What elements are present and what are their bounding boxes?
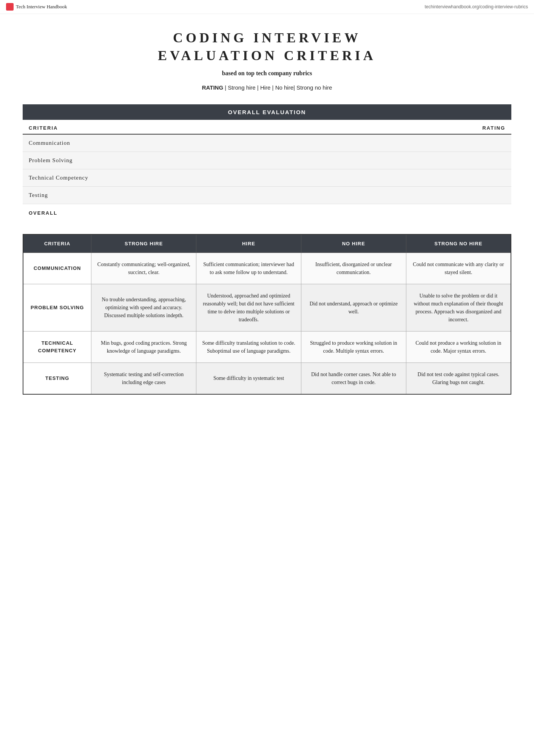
rubric-comm-hire: Sufficient communication; interviewer ha… (196, 253, 301, 284)
rubric-header-row: CRITERIA STRONG HIRE HIRE NO HIRE STRONG… (23, 234, 511, 253)
rating-line: RATING | Strong hire | Hire | No hire| S… (23, 84, 511, 91)
rubric-row-communication: COMMUNICATION Constantly communicating; … (23, 253, 511, 284)
overall-eval-header: OVERALL EVALUATION (23, 104, 511, 120)
rubric-comm-strong-no-hire: Could not communicate with any clarity o… (406, 253, 511, 284)
rubric-row-testing: TESTING Systematic testing and self-corr… (23, 363, 511, 394)
eval-criteria-communication: Communication (23, 134, 267, 152)
brand-icon (6, 3, 14, 11)
rubric-th-no-hire: NO HIRE (301, 234, 406, 253)
rubric-test-hire: Some difficulty in systematic test (196, 363, 301, 394)
rubric-tc-strong-hire: Min bugs, good coding practices. Strong … (91, 331, 196, 363)
rubric-criteria-technical: TECHNICAL COMPETENCY (23, 331, 91, 363)
subtitle: based on top tech company rubrics (23, 70, 511, 77)
rubric-ps-strong-hire: No trouble understanding, approaching, o… (91, 284, 196, 331)
rubric-criteria-problem-solving: PROBLEM SOLVING (23, 284, 91, 331)
eval-criteria-problem-solving: Problem Solving (23, 152, 267, 169)
eval-overall-label: OVERALL (23, 204, 267, 219)
rubric-criteria-communication: COMMUNICATION (23, 253, 91, 284)
rubric-th-strong-hire: STRONG HIRE (91, 234, 196, 253)
eval-col-rating: RATING (267, 120, 511, 134)
eval-criteria-testing: Testing (23, 186, 267, 204)
rubric-table: CRITERIA STRONG HIRE HIRE NO HIRE STRONG… (23, 234, 511, 395)
rubric-tc-no-hire: Struggled to produce working solution in… (301, 331, 406, 363)
eval-col-headers: CRITERIA RATING (23, 120, 511, 134)
eval-overall-row: OVERALL (23, 204, 511, 219)
eval-row-testing: Testing (23, 186, 511, 204)
top-bar: Tech Interview Handbook techinterviewhan… (0, 0, 534, 14)
rubric-comm-no-hire: Insufficient, disorganized or unclear co… (301, 253, 406, 284)
eval-col-criteria: CRITERIA (23, 120, 267, 134)
overall-eval-table: CRITERIA RATING Communication Problem So… (23, 120, 511, 219)
rubric-row-technical: TECHNICAL COMPETENCY Min bugs, good codi… (23, 331, 511, 363)
brand: Tech Interview Handbook (6, 3, 67, 11)
page-content: CODING INTERVIEW EVALUATION CRITERIA bas… (0, 14, 534, 417)
rubric-test-strong-hire: Systematic testing and self-correction i… (91, 363, 196, 394)
brand-name: Tech Interview Handbook (16, 4, 67, 10)
rubric-th-hire: HIRE (196, 234, 301, 253)
rating-options: | Strong hire | Hire | No hire| Strong n… (225, 84, 332, 91)
page-url: techinterviewhandbook.org/coding-intervi… (425, 4, 528, 9)
rubric-test-strong-no-hire: Did not test code against typical cases.… (406, 363, 511, 394)
rubric-ps-hire: Understood, approached and optimized rea… (196, 284, 301, 331)
rubric-th-criteria: CRITERIA (23, 234, 91, 253)
rating-label: RATING (202, 84, 223, 91)
rubric-criteria-testing: TESTING (23, 363, 91, 394)
rubric-tc-strong-no-hire: Could not produce a working solution in … (406, 331, 511, 363)
eval-row-technical: Technical Competency (23, 169, 511, 186)
eval-row-communication: Communication (23, 134, 511, 152)
rubric-comm-strong-hire: Constantly communicating; well-organized… (91, 253, 196, 284)
rubric-th-strong-no-hire: STRONG NO HIRE (406, 234, 511, 253)
page-title: CODING INTERVIEW EVALUATION CRITERIA (23, 29, 511, 65)
rubric-tc-hire: Some difficulty translating solution to … (196, 331, 301, 363)
rubric-test-no-hire: Did not handle corner cases. Not able to… (301, 363, 406, 394)
rubric-ps-no-hire: Did not understand, approach or optimize… (301, 284, 406, 331)
rubric-row-problem-solving: PROBLEM SOLVING No trouble understanding… (23, 284, 511, 331)
rubric-ps-strong-no-hire: Unable to solve the problem or did it wi… (406, 284, 511, 331)
eval-row-problem-solving: Problem Solving (23, 152, 511, 169)
eval-criteria-technical: Technical Competency (23, 169, 267, 186)
